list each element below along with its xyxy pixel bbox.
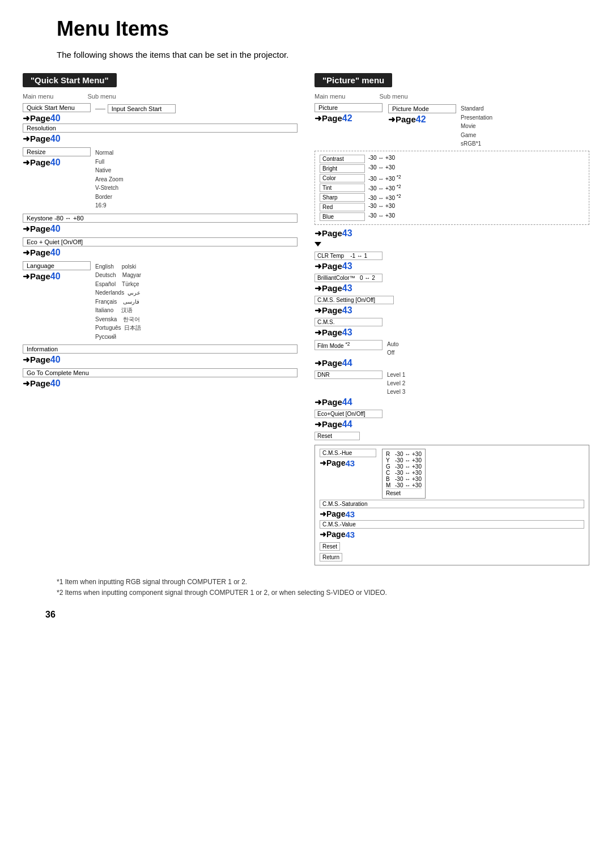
pic-cms-val-row: C.M.S.-Value ➜Page 43 xyxy=(320,520,584,539)
pic-adj-blue: Blue -30 ↔ +30 xyxy=(320,212,584,221)
pic-bright-range: -30 ↔ +30 xyxy=(368,164,395,171)
pic-box-cms-hue: C.M.S.-Hue xyxy=(320,449,376,457)
qsm-sub-input-search: Input Search Start xyxy=(108,104,176,113)
pic-box-cms-setting: C.M.S. Setting [On/Off] xyxy=(314,296,394,304)
pic-ch-c-range: -30 ↔ +30 xyxy=(395,470,422,476)
pic-ch-y-label: Y xyxy=(386,457,393,463)
pic-labels: Main menu Sub menu xyxy=(314,93,589,100)
pic-red-range: -30 ↔ +30 xyxy=(368,203,395,209)
qsm-box-eco: Eco + Quiet [On/Off] xyxy=(23,237,298,246)
pic-adj-red: Red -30 ↔ +30 xyxy=(320,203,584,211)
pic-ch-m-label: M xyxy=(386,482,393,488)
pic-adj-tint: Tint -30 ↔ +30 *2 xyxy=(320,184,584,192)
pic-box-reset-bottom: Reset xyxy=(320,542,340,551)
pic-box-return: Return xyxy=(320,553,342,561)
pic-box-bright: Bright xyxy=(320,164,365,173)
qsm-language-main: Language ➜Page 40 xyxy=(23,261,91,282)
pic-box-dnr: DNR xyxy=(314,371,382,379)
pic-ch-g-range: -30 ↔ +30 xyxy=(395,463,422,470)
qsm-box-information: Information xyxy=(23,344,298,354)
pic-adj-bright: Bright -30 ↔ +30 xyxy=(320,164,584,173)
qsm-arrow-40-1: ➜Page 40 xyxy=(23,113,91,124)
qsm-arrow-40-5: ➜Page 40 xyxy=(23,248,298,258)
qsm-row-eco: Eco + Quiet [On/Off] ➜Page 40 xyxy=(23,237,298,258)
qsm-box-language: Language xyxy=(23,261,91,270)
pic-ch-g: G -30 ↔ +30 xyxy=(386,463,422,470)
pic-adjustments-box: Contrast -30 ↔ +30 Bright -30 ↔ +30 Colo… xyxy=(314,151,589,225)
pic-ch-r: R -30 ↔ +30 xyxy=(386,451,422,457)
qsm-row-language: Language ➜Page 40 English polskiDeutsch … xyxy=(23,261,298,342)
qsm-sub-menu-label: Sub menu xyxy=(87,93,116,100)
pic-box-cms-val: C.M.S.-Value xyxy=(320,520,584,529)
qsm-arrow-40-6: ➜Page 40 xyxy=(23,271,91,282)
pic-cms-setting-row: C.M.S. Setting [On/Off] xyxy=(314,296,589,304)
pic-box-reset-top: Reset xyxy=(314,432,360,440)
qsm-tree: Quick Start Menu ➜Page 40 Input Search S… xyxy=(23,103,298,392)
pic-box-red: Red xyxy=(320,203,365,211)
pic-box-clrtemp: CLR Temp -1 ↔ 1 xyxy=(314,252,382,260)
footnote-1: *1 Item when inputting RGB signal throug… xyxy=(57,577,589,588)
pic-mode-options: StandardPresentationMovieGamesRGB*1 xyxy=(461,104,492,148)
qsm-box-goto: Go To Complete Menu xyxy=(23,368,298,377)
pic-cms-sat-row: C.M.S.-Saturation ➜Page 43 xyxy=(320,500,584,519)
pic-arrow-43-adj: ➜Page 43 xyxy=(314,228,589,239)
pic-ch-b-label: B xyxy=(386,476,393,482)
pic-ch-b: B -30 ↔ +30 xyxy=(386,476,422,482)
pic-contrast-range: -30 ↔ +30 xyxy=(368,155,395,161)
pic-arrow-43-hue: ➜Page 43 xyxy=(320,458,376,468)
pic-arrow-43-sat: ➜Page 43 xyxy=(320,509,584,519)
pic-box-sharp: Sharp xyxy=(320,193,365,202)
picture-header: "Picture" menu xyxy=(314,73,392,87)
pic-arrow-44-film: ➜Page 44 xyxy=(314,358,589,368)
pic-arrow-43-val: ➜Page 43 xyxy=(320,530,584,539)
pic-sub-col: Picture Mode ➜Page 42 xyxy=(388,104,456,126)
pic-tint-range: -30 ↔ +30 *2 xyxy=(368,184,401,192)
qsm-labels: Main menu Sub menu xyxy=(23,93,298,100)
pic-arrow-44-dnr: ➜Page 44 xyxy=(314,397,589,407)
page-title: Menu Items xyxy=(57,17,589,41)
pic-sharp-range: -30 ↔ +30 *2 xyxy=(368,193,401,201)
qsm-submenu-1: Input Search Start xyxy=(95,104,176,113)
qsm-resize-options: NormalFullNativeArea ZoomV-StretchBorder… xyxy=(95,148,123,210)
pic-arrow-43-cms: ➜Page 43 xyxy=(314,327,589,338)
pic-box-cms-sat: C.M.S.-Saturation xyxy=(320,500,584,508)
pic-arrow-42-right: ➜Page 42 xyxy=(388,114,456,125)
qsm-box-keystone: Keystone -80 ↔ +80 xyxy=(23,214,298,223)
pic-top-row: Picture ➜Page 42 Picture Mode ➜Page 42 S… xyxy=(314,103,589,148)
pic-cms-hue-row: C.M.S.-Hue ➜Page 43 R -30 ↔ +30 Y xyxy=(320,449,584,499)
pic-ch-reset: Reset xyxy=(386,488,422,496)
pic-reset-row: Reset xyxy=(314,432,589,440)
qsm-box-resize: Resize xyxy=(23,147,91,156)
qsm-arrow-40-2: ➜Page 40 xyxy=(23,134,298,144)
pic-cms-channels: R -30 ↔ +30 Y -30 ↔ +30 G -30 ↔ +30 C xyxy=(382,449,426,499)
pic-dnr-row: DNR Level 1Level 2Level 3 xyxy=(314,371,589,396)
pic-box-film: Film Mode *2 xyxy=(314,340,382,350)
pic-ch-r-range: -30 ↔ +30 xyxy=(395,451,422,457)
pic-dnr-options: Level 1Level 2Level 3 xyxy=(387,371,405,396)
pic-ecoq-row: Eco+Quiet [On/Off] xyxy=(314,410,589,418)
pic-clr-temp-row: CLR Temp -1 ↔ 1 xyxy=(314,252,589,260)
pic-color-range: -30 ↔ +30 *2 xyxy=(368,174,401,182)
pic-brilliant-row: BrilliantColor™ 0 ↔ 2 xyxy=(314,274,589,282)
pic-sub-menu-label: Sub menu xyxy=(379,93,407,100)
page-number: 36 xyxy=(45,610,589,620)
pic-cms-row: C.M.S. xyxy=(314,318,589,326)
pic-box-brilliant: BrilliantColor™ 0 ↔ 2 xyxy=(314,274,382,282)
qsm-main-menu-label: Main menu xyxy=(23,93,53,100)
qsm-row-goto: Go To Complete Menu ➜Page 40 xyxy=(23,368,298,389)
qsm-arrow-40-7: ➜Page 40 xyxy=(23,355,298,365)
qsm-arrow-40-4: ➜Page 40 xyxy=(23,224,298,234)
pic-adj-sharp: Sharp -30 ↔ +30 *2 xyxy=(320,193,584,202)
page-wrapper: Menu Items The following shows the items… xyxy=(23,17,589,620)
pic-cms-hue-main: C.M.S.-Hue ➜Page 43 xyxy=(320,449,376,469)
pic-main-col: Picture ➜Page 42 xyxy=(314,103,382,125)
qsm-resize-main: Resize ➜Page 40 xyxy=(23,147,91,168)
pic-film-row: Film Mode *2 AutoOff xyxy=(314,340,589,357)
picture-menu-section: "Picture" menu Main menu Sub menu Pictur… xyxy=(314,73,589,565)
pic-ch-m-range: -30 ↔ +30 xyxy=(395,482,422,488)
pic-ch-y: Y -30 ↔ +30 xyxy=(386,457,422,463)
pic-box-ecoq: Eco+Quiet [On/Off] xyxy=(314,410,382,418)
pic-box-cms: C.M.S. xyxy=(314,318,382,326)
footnotes: *1 Item when inputting RGB signal throug… xyxy=(57,577,589,598)
pic-arrow-43-brilliant: ➜Page 43 xyxy=(314,283,589,293)
